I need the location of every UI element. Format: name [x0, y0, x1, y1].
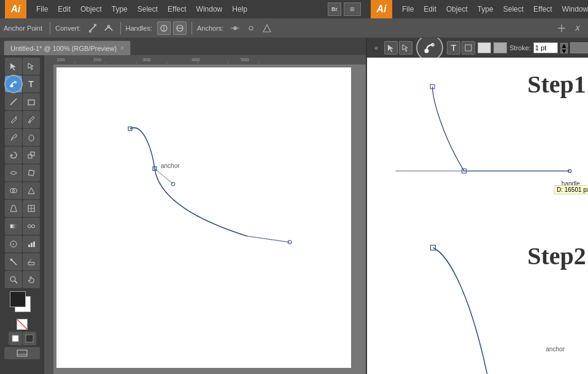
rt-select-btn[interactable] — [384, 41, 398, 55]
svg-point-31 — [28, 225, 31, 228]
anchors-btn-2[interactable] — [244, 21, 258, 35]
rt-tool4-btn[interactable] — [462, 41, 475, 55]
menu-help-left[interactable]: Help — [227, 0, 252, 18]
svg-point-32 — [31, 225, 34, 228]
zoom-tool-btn[interactable] — [5, 271, 22, 288]
workspace-icon[interactable]: ⊞ — [344, 2, 361, 16]
menu-select-left[interactable]: Select — [133, 0, 163, 18]
right-panel: « T St — [366, 38, 588, 374]
anchor-label-left: anchor — [161, 162, 180, 169]
svg-rect-24 — [28, 170, 34, 175]
no-color-btn[interactable] — [17, 319, 28, 330]
column-graph-btn[interactable] — [23, 235, 40, 253]
stroke-down-btn[interactable]: ▼ — [560, 48, 568, 53]
svg-rect-47 — [26, 335, 33, 342]
toolbar-row: Anchor Point Convert: Handles: Anchors: … — [0, 18, 588, 38]
svg-rect-36 — [28, 245, 30, 247]
menu-effect-right[interactable]: Effect — [528, 0, 557, 18]
dual-menubar: Ai File Edit Object Type Select Effect W… — [0, 0, 588, 18]
stroke-dash-box[interactable] — [570, 42, 588, 53]
blob-brush-tool-btn[interactable] — [23, 129, 40, 146]
stroke-spinners: ▲ ▼ — [560, 43, 568, 53]
eyedropper-tool-btn[interactable] — [23, 111, 40, 128]
menu-object-left[interactable]: Object — [75, 0, 107, 18]
tool-row-5 — [5, 129, 40, 146]
tool-row-view — [9, 332, 36, 345]
perspective-tool-btn[interactable] — [5, 200, 22, 217]
handles-btn-1[interactable] — [157, 21, 171, 35]
svg-text:500: 500 — [241, 57, 249, 63]
stroke-input[interactable] — [533, 42, 558, 53]
normal-mode-btn[interactable] — [9, 332, 22, 345]
rt-direct-select-btn[interactable] — [399, 41, 412, 55]
menu-edit-left[interactable]: Edit — [53, 0, 75, 18]
type-tool-btn[interactable]: T — [23, 75, 40, 93]
menu-window-left[interactable]: Window — [191, 0, 228, 18]
live-paint-tool-btn[interactable] — [23, 182, 40, 199]
svg-point-2 — [107, 25, 110, 28]
convert-label: Convert: — [55, 25, 81, 32]
paintbrush-tool-btn[interactable] — [5, 129, 22, 146]
fill-color-box[interactable] — [478, 42, 491, 53]
handle-distance-tooltip: D: 16501 px — [554, 185, 588, 194]
warp-tool-btn[interactable] — [5, 164, 22, 181]
gradient-tool-btn[interactable] — [5, 218, 22, 235]
distribute-btn[interactable] — [555, 21, 568, 35]
menu-file-right[interactable]: File — [397, 0, 419, 18]
svg-point-7 — [233, 26, 237, 30]
menu-type-right[interactable]: Type — [473, 0, 498, 18]
convert-corner-btn[interactable] — [86, 21, 99, 35]
stroke-color-box[interactable] — [493, 42, 507, 53]
shape-builder-tool-btn[interactable] — [5, 182, 22, 199]
selection-tool-btn[interactable] — [5, 58, 22, 75]
menu-effect-left[interactable]: Effect — [163, 0, 191, 18]
svg-rect-46 — [12, 335, 18, 342]
blend-tool-btn[interactable] — [23, 218, 40, 235]
tool-row-2: T — [5, 75, 40, 93]
svg-text:200: 200 — [93, 57, 102, 63]
menu-select-right[interactable]: Select — [498, 0, 528, 18]
scale-tool-btn[interactable] — [23, 147, 40, 164]
svg-rect-48 — [17, 350, 27, 356]
menu-edit-right[interactable]: Edit — [419, 0, 441, 18]
svg-text:*: * — [12, 242, 14, 248]
tool-row-3 — [5, 93, 40, 110]
main-area: Untitled-1* @ 100% (RGB/Preview) × — [0, 38, 588, 374]
anchor-point-tool-btn[interactable] — [5, 75, 22, 93]
convert-smooth-btn[interactable] — [102, 21, 115, 35]
line-tool-btn[interactable] — [5, 93, 22, 110]
rt-type-btn[interactable]: T — [447, 41, 460, 55]
tab-close-btn[interactable]: × — [120, 45, 124, 52]
anchors-btn-1[interactable] — [228, 21, 242, 35]
menu-window-right[interactable]: Window — [557, 0, 588, 18]
rotate-tool-btn[interactable] — [5, 147, 22, 164]
screen-mode-btn[interactable] — [4, 347, 40, 359]
drawing-svg — [56, 67, 351, 368]
menu-object-right[interactable]: Object — [441, 0, 473, 18]
eraser-tool-btn[interactable] — [23, 253, 40, 270]
x-axis-btn[interactable]: X — [571, 21, 584, 35]
svg-marker-11 — [263, 25, 271, 32]
pencil-tool-btn[interactable] — [5, 111, 22, 128]
document-tab[interactable]: Untitled-1* @ 100% (RGB/Preview) × — [4, 40, 131, 55]
free-transform-tool-btn[interactable] — [23, 164, 40, 181]
tool-row-7 — [5, 164, 40, 181]
bridge-icon[interactable]: Br — [328, 2, 341, 16]
direct-selection-tool-btn[interactable] — [23, 58, 40, 75]
symbol-tool-btn[interactable]: * — [5, 235, 22, 253]
right-toolbar: « T St — [367, 38, 588, 58]
handles-btn-2[interactable] — [173, 21, 187, 35]
rect-tool-btn[interactable] — [23, 93, 40, 110]
hand-tool-btn[interactable] — [23, 271, 40, 288]
menu-file-left[interactable]: File — [31, 0, 53, 18]
mesh-tool-btn[interactable] — [23, 200, 40, 217]
collapse-btn[interactable]: « — [371, 42, 382, 53]
color-swatches[interactable] — [10, 291, 34, 316]
anchors-btn-3[interactable] — [260, 21, 274, 35]
toolbar-separator-2 — [120, 22, 121, 34]
stroke-label: Stroke: — [509, 44, 531, 52]
menu-type-left[interactable]: Type — [107, 0, 133, 18]
fullscreen-mode-btn[interactable] — [23, 332, 36, 345]
slice-tool-btn[interactable] — [5, 253, 22, 270]
stroke-swatch[interactable] — [10, 291, 26, 307]
